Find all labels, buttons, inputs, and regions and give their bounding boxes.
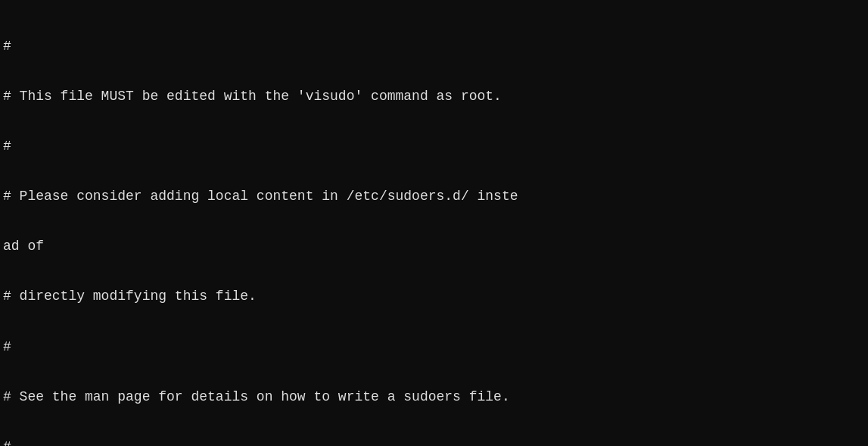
- line-6: # directly modifying this file.: [3, 286, 865, 306]
- line-1: #: [3, 36, 865, 56]
- line-9: #: [3, 437, 865, 446]
- line-4: # Please consider adding local content i…: [3, 186, 865, 206]
- line-3: #: [3, 136, 865, 156]
- line-5: ad of: [3, 236, 865, 256]
- line-7: #: [3, 337, 865, 357]
- terminal-view: # # This file MUST be edited with the 'v…: [0, 0, 868, 446]
- line-8: # See the man page for details on how to…: [3, 387, 865, 407]
- line-2: # This file MUST be edited with the 'vis…: [3, 86, 865, 106]
